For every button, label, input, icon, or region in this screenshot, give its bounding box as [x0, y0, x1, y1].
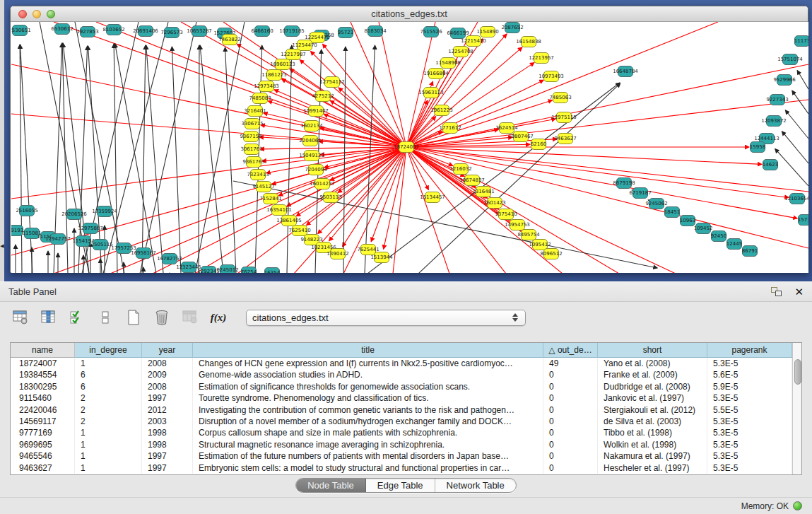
network-node[interactable]: 1771612 — [442, 122, 458, 134]
network-node[interactable]: 1154194 — [76, 235, 91, 247]
table-row[interactable]: 1830029562008Estimation of significance … — [11, 381, 792, 392]
network-node[interactable]: 12213957 — [534, 52, 549, 64]
network-node[interactable]: 12973483 — [259, 81, 274, 92]
network-node[interactable]: 16354 — [264, 267, 280, 273]
network-node[interactable]: 12323445 — [181, 262, 196, 273]
network-node[interactable]: 15770 — [798, 214, 808, 226]
network-node[interactable]: 3624514 — [499, 122, 514, 134]
network-node[interactable]: 3216401 — [247, 105, 263, 117]
network-canvas[interactable]: 1872400725306516530612192785381036522069… — [11, 22, 808, 273]
network-node[interactable]: 12505115 — [93, 239, 108, 250]
network-node[interactable]: 7152841 — [263, 193, 278, 204]
clear-selection-icon[interactable] — [96, 308, 114, 327]
network-node[interactable]: 10719185 — [284, 25, 300, 37]
network-node[interactable]: 9245062 — [649, 198, 664, 209]
table-row[interactable]: 1938455462009Genome-wide association stu… — [11, 369, 792, 380]
network-node[interactable]: 9361763 — [246, 156, 261, 168]
network-node[interactable]: 20691406 — [138, 25, 153, 37]
network-node[interactable]: 9463627 — [558, 133, 573, 144]
network-node[interactable]: 15134457 — [425, 192, 440, 203]
network-node[interactable]: 1375410 — [498, 209, 514, 220]
network-node[interactable]: 10991407 — [308, 105, 324, 117]
network-node[interactable]: 12103654 — [789, 193, 805, 204]
network-node[interactable]: 16154838 — [521, 36, 536, 47]
memory-status-indicator[interactable] — [793, 501, 802, 510]
network-node[interactable]: 15751074 — [782, 54, 798, 65]
network-node[interactable]: 7296573 — [164, 27, 180, 38]
network-node[interactable]: 1216032 — [453, 163, 469, 175]
function-builder-icon[interactable]: f(x) — [209, 308, 228, 327]
network-node[interactable]: 14623 — [763, 159, 778, 170]
scrollbar-thumb[interactable] — [794, 359, 801, 385]
network-node[interactable]: 9227343 — [770, 94, 785, 105]
network-node[interactable]: 39193 — [11, 225, 23, 236]
network-node[interactable]: 1927853 — [80, 26, 95, 37]
network-node[interactable]: 1390412 — [330, 248, 346, 259]
network-node[interactable]: 95723 — [338, 27, 353, 38]
column-header-year[interactable]: year — [142, 343, 193, 358]
network-node[interactable]: 9529966 — [777, 74, 792, 86]
network-node[interactable]: 9145127 — [256, 181, 271, 192]
network-node[interactable]: 12445 — [726, 238, 742, 250]
network-node[interactable]: 9367154 — [243, 131, 259, 142]
network-node[interactable]: 2087652 — [505, 22, 520, 33]
network-node[interactable]: 11548908 — [440, 57, 456, 69]
network-node[interactable]: 32975887 — [83, 223, 98, 234]
column-header-pagerank[interactable]: pagerank — [707, 343, 792, 358]
table-row[interactable]: 2242004622012Investigating the contribut… — [11, 404, 792, 416]
network-node[interactable]: 3306715 — [245, 118, 260, 129]
table-row[interactable]: 946554611997Estimation of the future num… — [11, 450, 792, 462]
table-mode-icon[interactable] — [11, 308, 30, 327]
network-node[interactable]: 9503113 — [323, 192, 339, 203]
network-node[interactable]: 7463822 — [222, 34, 237, 45]
network-node[interactable]: 2204061 — [302, 135, 318, 146]
network-node[interactable]: 12975115 — [556, 112, 572, 123]
network-node[interactable]: 6530612 — [54, 23, 70, 35]
table-row[interactable]: 1456911722003Disruption of a novel membe… — [11, 416, 792, 427]
network-node[interactable]: 1601423 — [487, 197, 502, 209]
network-node[interactable]: 16782753 — [162, 253, 177, 264]
network-node[interactable]: 7323413 — [250, 169, 266, 180]
network-node[interactable]: 10963 — [680, 215, 695, 226]
network-node[interactable]: 16354101 — [271, 204, 287, 216]
table-row[interactable]: 977716911998Corpus callosum shape and si… — [11, 427, 792, 438]
network-node[interactable]: 16648784 — [618, 66, 633, 77]
network-window-titlebar[interactable]: citations_edges.txt — [11, 6, 808, 22]
network-node[interactable]: 76254 — [241, 267, 257, 273]
sidebar-collapse-icon[interactable]: ◀ — [0, 240, 4, 252]
network-node[interactable]: 6466160 — [254, 25, 270, 37]
column-header-name[interactable]: name — [11, 343, 75, 358]
close-panel-icon[interactable]: ✕ — [794, 286, 804, 297]
network-node[interactable]: 7204094 — [308, 164, 324, 175]
column-header-title[interactable]: title — [193, 343, 543, 358]
tab-edge-table[interactable]: Edge Table — [366, 479, 435, 492]
network-node[interactable]: 3061763 — [244, 144, 259, 155]
network-node[interactable]: 15049123 — [304, 150, 319, 161]
create-column-icon[interactable] — [124, 308, 143, 327]
network-node[interactable]: 20206526 — [66, 209, 82, 220]
network-node[interactable]: 7485063 — [553, 92, 568, 103]
network-node[interactable]: 8679198 — [616, 177, 632, 189]
network-node[interactable]: 92450 — [711, 230, 726, 242]
network-node[interactable]: 7515526 — [423, 26, 439, 37]
network-node[interactable]: 8103652 — [106, 24, 122, 35]
network-node[interactable]: 10674837 — [464, 175, 480, 186]
network-node[interactable]: 16960123 — [275, 59, 290, 70]
network-node[interactable]: 12254708 — [453, 46, 469, 57]
network-node[interactable]: 1602134 — [304, 120, 319, 132]
network-node[interactable]: 86791 — [742, 245, 758, 257]
network-node[interactable]: 12942757 — [50, 233, 66, 245]
network-node[interactable]: 10653287 — [192, 25, 207, 37]
float-panel-icon[interactable] — [771, 287, 782, 296]
network-node[interactable]: 10231456 — [316, 242, 331, 253]
network-node[interactable]: 1154890 — [480, 26, 495, 37]
network-node[interactable]: 17957253 — [116, 243, 131, 254]
column-header-out_de[interactable]: △ out_de… — [543, 343, 598, 358]
table-selector[interactable]: citations_edges.txt — [246, 310, 526, 326]
network-node[interactable]: 18724007 — [399, 141, 414, 153]
network-node[interactable]: 8096512 — [543, 248, 559, 259]
network-node[interactable]: 1316481 — [476, 186, 491, 197]
table-row[interactable]: 969969511998Structural magnetic resonanc… — [11, 439, 792, 450]
network-node[interactable]: 12754112 — [324, 76, 340, 88]
network-node[interactable]: 11173 — [794, 35, 808, 47]
